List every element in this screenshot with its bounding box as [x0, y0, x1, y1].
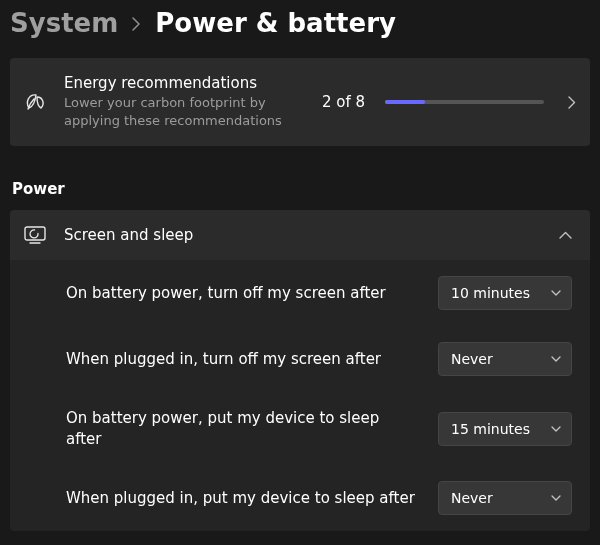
setting-label: When plugged in, put my device to sleep … — [66, 488, 418, 508]
energy-recommendations-count: 2 of 8 — [322, 93, 365, 111]
setting-row: On battery power, turn off my screen aft… — [10, 260, 590, 326]
combo-value: Never — [451, 490, 493, 506]
chevron-up-icon — [559, 231, 572, 239]
screen-and-sleep-group: Screen and sleep On battery power, turn … — [10, 210, 590, 531]
setting-row: On battery power, put my device to sleep… — [10, 392, 590, 465]
screen-sleep-icon — [24, 226, 46, 244]
setting-label: On battery power, put my device to sleep… — [66, 408, 418, 449]
breadcrumb: System Power & battery — [6, 8, 594, 38]
section-heading-power: Power — [12, 180, 594, 198]
screen-and-sleep-label: Screen and sleep — [64, 226, 541, 244]
chevron-down-icon — [551, 426, 561, 432]
screen-off-plugged-combo[interactable]: Never — [438, 342, 572, 376]
setting-label: On battery power, turn off my screen aft… — [66, 283, 418, 303]
chevron-down-icon — [551, 495, 561, 501]
breadcrumb-current: Power & battery — [155, 8, 396, 38]
leaf-icon — [22, 92, 48, 112]
chevron-down-icon — [551, 290, 561, 296]
combo-value: Never — [451, 351, 493, 367]
energy-recommendations-text: Energy recommendations Lower your carbon… — [64, 74, 306, 130]
energy-recommendations-subtitle: Lower your carbon footprint by applying … — [64, 94, 306, 130]
setting-row: When plugged in, put my device to sleep … — [10, 465, 590, 531]
screen-off-battery-combo[interactable]: 10 minutes — [438, 276, 572, 310]
sleep-plugged-combo[interactable]: Never — [438, 481, 572, 515]
screen-and-sleep-header[interactable]: Screen and sleep — [10, 210, 590, 260]
chevron-right-icon — [132, 17, 141, 31]
energy-recommendations-title: Energy recommendations — [64, 74, 306, 92]
combo-value: 15 minutes — [451, 421, 530, 437]
energy-recommendations-card[interactable]: Energy recommendations Lower your carbon… — [10, 58, 590, 146]
breadcrumb-parent[interactable]: System — [10, 8, 118, 38]
energy-recommendations-progress — [385, 100, 544, 104]
setting-label: When plugged in, turn off my screen afte… — [66, 349, 418, 369]
chevron-down-icon — [551, 356, 561, 362]
setting-row: When plugged in, turn off my screen afte… — [10, 326, 590, 392]
combo-value: 10 minutes — [451, 285, 530, 301]
sleep-battery-combo[interactable]: 15 minutes — [438, 412, 572, 446]
screen-and-sleep-body: On battery power, turn off my screen aft… — [10, 260, 590, 531]
chevron-right-icon — [566, 96, 578, 109]
